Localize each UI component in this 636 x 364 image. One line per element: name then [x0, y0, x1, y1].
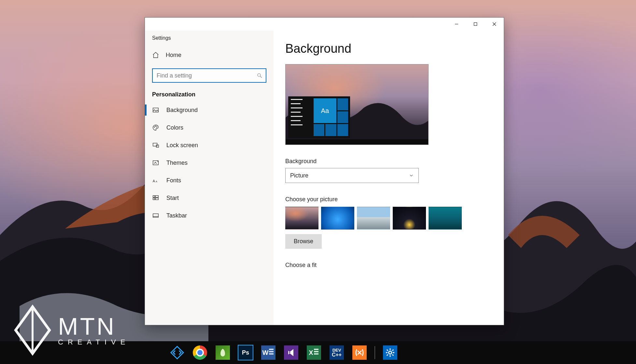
preview-tile-text: Aa: [314, 98, 336, 123]
nav-item-start[interactable]: Start: [145, 189, 274, 207]
lockscreen-icon: [152, 142, 159, 149]
watermark-line1: MTN: [58, 315, 130, 339]
excel-icon: X: [307, 345, 321, 360]
taskbar-app-photoshop[interactable]: Ps: [234, 343, 257, 362]
start-grid-icon: [152, 194, 159, 202]
taskbar-app-dev-cpp[interactable]: DEV C++: [326, 343, 348, 362]
svg-rect-15: [153, 196, 155, 198]
svg-rect-19: [153, 214, 159, 217]
watermark-logo: MTN CREATIVE: [13, 304, 130, 356]
choose-fit-label: Choose a fit: [285, 262, 492, 269]
svg-rect-32: [386, 352, 388, 353]
palette-icon: [152, 124, 159, 131]
close-icon: [492, 22, 496, 26]
svg-rect-26: [269, 353, 274, 355]
nav-item-taskbar[interactable]: Taskbar: [145, 207, 274, 224]
page-title: Background: [285, 42, 492, 56]
background-dropdown[interactable]: Picture: [285, 168, 419, 183]
coreldraw-icon: [216, 345, 230, 360]
maximize-button[interactable]: [466, 18, 485, 31]
svg-rect-28: [314, 351, 318, 352]
picture-thumb-2[interactable]: [321, 207, 354, 230]
picture-icon: [152, 106, 159, 114]
nav-label: Start: [166, 195, 179, 202]
search-input[interactable]: [152, 68, 266, 83]
watermark-line2: CREATIVE: [58, 339, 130, 346]
gear-icon: [383, 345, 397, 360]
svg-rect-27: [314, 349, 318, 350]
settings-content: Background Aa: [274, 31, 504, 325]
taskbar-separator: [375, 346, 375, 359]
taskbar-app-xampp[interactable]: [348, 343, 371, 362]
taskbar-app-coreldraw[interactable]: [212, 343, 234, 362]
taskbar-app-word[interactable]: W: [257, 343, 279, 362]
chevron-down-icon: [409, 173, 414, 178]
nav-item-fonts[interactable]: AA Fonts: [145, 172, 274, 189]
svg-rect-18: [155, 198, 158, 200]
taskbar-icon: [152, 212, 159, 219]
choose-picture-label: Choose your picture: [285, 196, 492, 203]
themes-icon: [152, 159, 159, 166]
minimize-icon: [455, 22, 459, 26]
svg-rect-37: [387, 354, 389, 356]
svg-rect-29: [314, 353, 318, 355]
svg-rect-10: [153, 143, 157, 146]
minimize-button[interactable]: [447, 18, 466, 31]
picture-thumbnails: [285, 207, 492, 230]
window-titlebar[interactable]: [145, 18, 504, 31]
browse-button[interactable]: Browse: [285, 234, 322, 249]
svg-point-8: [155, 126, 156, 127]
svg-rect-6: [153, 108, 159, 112]
home-icon: [152, 51, 159, 59]
nav-item-themes[interactable]: Themes: [145, 154, 274, 172]
background-dropdown-label: Background: [285, 158, 492, 165]
nav-label: Lock screen: [166, 142, 198, 149]
taskbar-app-chrome[interactable]: [189, 343, 211, 362]
svg-rect-35: [392, 354, 394, 356]
svg-point-7: [154, 127, 155, 127]
svg-rect-34: [387, 349, 389, 351]
nav-item-lockscreen[interactable]: Lock screen: [145, 136, 274, 154]
taskbar-app-start-like[interactable]: [166, 343, 188, 362]
nav-item-colors[interactable]: Colors: [145, 119, 274, 136]
selected-value: Picture: [290, 172, 308, 179]
nav-item-background[interactable]: Background: [145, 101, 274, 119]
svg-rect-33: [393, 352, 394, 353]
nav-label: Fonts: [166, 177, 181, 184]
svg-rect-30: [390, 348, 391, 350]
settings-window: Settings Home Personalization Background: [145, 17, 504, 325]
word-icon: W: [261, 345, 276, 360]
nav-label: Taskbar: [166, 212, 187, 219]
taskbar-app-visual-studio[interactable]: [280, 343, 302, 362]
diamond-code-icon: [170, 345, 185, 360]
search-field-wrap: [152, 68, 266, 83]
nav-label: Background: [166, 107, 198, 114]
svg-rect-36: [392, 349, 394, 351]
watermark-mark-icon: [13, 304, 52, 356]
svg-rect-16: [155, 196, 158, 198]
section-header: Personalization: [145, 91, 274, 101]
taskbar-app-settings[interactable]: [379, 343, 401, 362]
svg-rect-1: [474, 23, 477, 26]
settings-sidebar: Settings Home Personalization Background: [145, 31, 274, 325]
xampp-icon: [352, 345, 367, 360]
svg-point-9: [157, 127, 157, 127]
preview-start-menu: Aa: [288, 96, 350, 138]
window-title: Settings: [145, 33, 274, 48]
svg-text:A: A: [156, 180, 157, 183]
picture-thumb-3[interactable]: [357, 207, 390, 230]
home-button[interactable]: Home: [145, 48, 274, 63]
svg-rect-25: [269, 351, 274, 352]
picture-thumb-1[interactable]: [285, 207, 318, 230]
svg-rect-31: [390, 355, 391, 357]
nav-label: Themes: [166, 160, 188, 166]
close-button[interactable]: [485, 18, 504, 31]
picture-thumb-5[interactable]: [429, 207, 462, 230]
maximize-icon: [473, 22, 477, 26]
picture-thumb-4[interactable]: [393, 207, 426, 230]
photoshop-icon: Ps: [238, 345, 253, 360]
taskbar-app-excel[interactable]: X: [303, 343, 325, 362]
dev-cpp-icon: DEV C++: [330, 345, 344, 360]
visual-studio-icon: [284, 345, 298, 360]
svg-rect-24: [269, 349, 274, 350]
